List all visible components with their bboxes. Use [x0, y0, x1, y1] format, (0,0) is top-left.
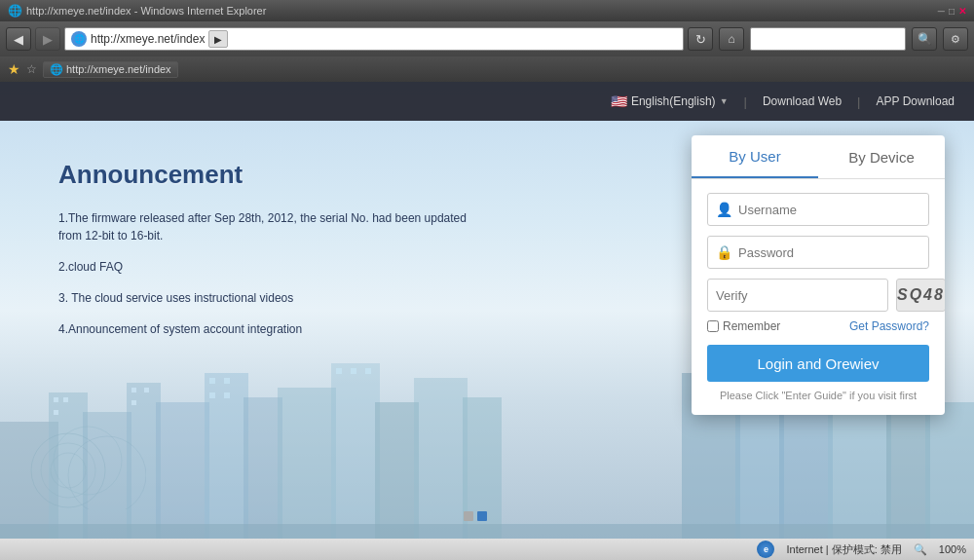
language-label: English(English): [631, 94, 716, 108]
lock-icon: 🔒: [716, 244, 732, 260]
slide-dot-2[interactable]: [477, 511, 487, 521]
nav-separator-2: |: [857, 94, 860, 109]
username-group: 👤: [707, 193, 929, 226]
language-selector[interactable]: 🇺🇸 English(English) ▼: [611, 93, 729, 109]
zone-info: Internet | 保护模式: 禁用: [786, 542, 901, 557]
verify-row: SQ48: [707, 279, 929, 312]
zoom-level: 100%: [939, 543, 966, 555]
address-text: http://xmeye.net/index: [91, 32, 205, 46]
svg-rect-30: [351, 368, 356, 374]
remember-group: Remember: [707, 319, 780, 333]
remember-label: Remember: [723, 319, 780, 333]
star-icon: ★: [8, 61, 20, 77]
back-button[interactable]: ◀: [6, 27, 31, 51]
username-input[interactable]: [738, 203, 920, 217]
svg-rect-26: [224, 378, 230, 384]
deco-circles: [29, 392, 146, 509]
page-icon: 🌐: [71, 31, 87, 47]
site-navbar: 🇺🇸 English(English) ▼ | Download Web | A…: [0, 82, 974, 121]
tab-by-device[interactable]: By Device: [818, 135, 945, 178]
login-tabs: By User By Device: [692, 135, 945, 179]
svg-rect-10: [414, 378, 468, 539]
svg-rect-27: [209, 392, 215, 398]
search-input[interactable]: [750, 27, 906, 51]
svg-rect-17: [925, 402, 974, 539]
svg-rect-28: [224, 392, 230, 398]
announcement-title: Announcement: [58, 160, 468, 190]
remember-checkbox[interactable]: [707, 320, 719, 332]
bookmark-item[interactable]: 🌐 http://xmeye.net/index: [43, 61, 178, 78]
tab-by-user[interactable]: By User: [692, 135, 818, 178]
get-password-link[interactable]: Get Password?: [849, 319, 929, 333]
svg-point-36: [68, 436, 146, 509]
zoom-indicator: 🔍: [914, 543, 927, 556]
svg-rect-9: [375, 402, 419, 539]
bookmark-icon: 🌐: [50, 63, 63, 76]
announcement-item-3: 3. The cloud service uses instructional …: [58, 289, 468, 307]
login-hint: Please Click "Enter Guide" if you visit …: [707, 390, 929, 401]
user-icon: 👤: [716, 202, 732, 217]
announcement-section: Announcement 1.The firmware released aft…: [58, 160, 468, 352]
svg-rect-8: [331, 363, 380, 539]
status-bar: e Internet | 保护模式: 禁用 🔍 100%: [0, 539, 974, 560]
nav-separator: |: [744, 94, 747, 109]
home-button[interactable]: ⌂: [719, 27, 744, 51]
flag-icon: 🇺🇸: [611, 93, 627, 109]
password-input[interactable]: [738, 245, 920, 260]
svg-rect-18: [0, 524, 974, 539]
announcement-item-2: 2.cloud FAQ: [58, 258, 468, 276]
login-button[interactable]: Login and Orewiev: [707, 345, 929, 382]
svg-rect-29: [336, 368, 342, 374]
remember-row: Remember Get Password?: [707, 319, 929, 333]
svg-rect-7: [278, 388, 336, 539]
svg-rect-31: [365, 368, 371, 374]
app-download-link[interactable]: APP Download: [877, 94, 955, 108]
star-icon-2: ☆: [26, 62, 37, 76]
download-web-link[interactable]: Download Web: [763, 94, 842, 108]
svg-rect-25: [209, 378, 215, 384]
svg-rect-6: [244, 397, 282, 539]
tools-button[interactable]: ⚙: [943, 27, 968, 51]
search-button[interactable]: 🔍: [912, 27, 937, 51]
bookmark-label: http://xmeye.net/index: [66, 63, 171, 75]
login-form: 👤 🔒 SQ48 Remember Get Password?: [692, 179, 945, 415]
slide-dot-1[interactable]: [464, 511, 473, 521]
close-icon[interactable]: ✕: [958, 6, 966, 17]
address-go-btn[interactable]: ▶: [208, 30, 228, 48]
slide-indicators: [464, 511, 487, 521]
verify-input[interactable]: [707, 279, 888, 312]
ie-icon: e: [757, 541, 774, 558]
forward-button[interactable]: ▶: [35, 27, 60, 51]
win-icon: □: [949, 6, 955, 17]
announcement-item-4: 4.Announcement of system account integra…: [58, 320, 468, 338]
refresh-button[interactable]: ↻: [688, 27, 713, 51]
webpage-content: 🇺🇸 English(English) ▼ | Download Web | A…: [0, 82, 974, 539]
ie-logo-icon: 🌐: [8, 4, 22, 18]
status-right: e Internet | 保护模式: 禁用 🔍 100%: [757, 541, 966, 558]
login-panel: By User By Device 👤 🔒 SQ48: [692, 135, 945, 415]
captcha-box: SQ48: [896, 279, 945, 312]
dropdown-icon: ▼: [720, 96, 729, 106]
address-bar[interactable]: 🌐 http://xmeye.net/index ▶: [64, 27, 684, 51]
password-group: 🔒: [707, 236, 929, 269]
win-icon: ─: [938, 6, 945, 17]
svg-rect-4: [156, 402, 209, 539]
window-title: http://xmeye.net/index - Windows Interne…: [26, 5, 266, 17]
announcement-item-1: 1.The firmware released after Sep 28th, …: [58, 209, 468, 244]
